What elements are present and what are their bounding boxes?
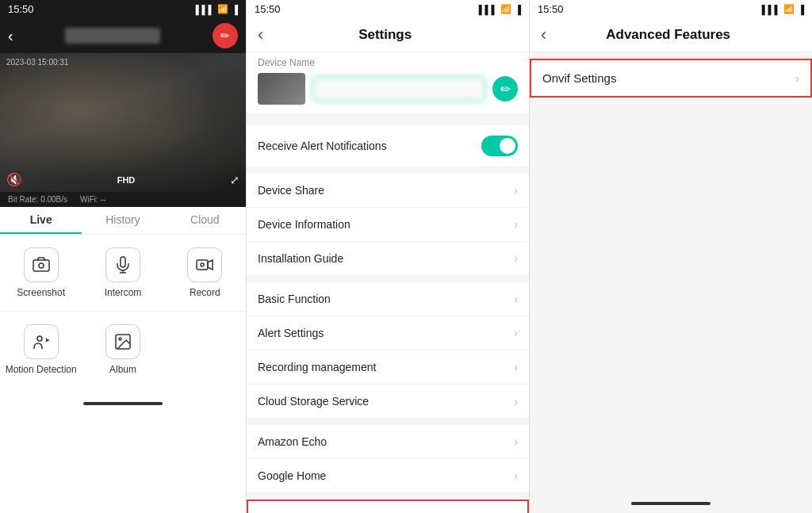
fullscreen-icon[interactable]: ⤢ bbox=[230, 174, 239, 186]
camera-bitrate-bar: Bit Rate: 0.00B/s WiFi: -- bbox=[0, 192, 246, 207]
google-home-label: Google Home bbox=[258, 469, 514, 482]
wifi-icon: 📶 bbox=[217, 4, 228, 14]
functions-section: Basic Function › Alert Settings › Record… bbox=[247, 282, 529, 419]
motion-detection-icon bbox=[24, 324, 59, 359]
motion-detection-action[interactable]: Motion Detection bbox=[0, 324, 82, 375]
intercom-icon bbox=[105, 247, 140, 282]
camera-feed: 2023-03 15:00:31 🔇 FHD ⤢ bbox=[0, 53, 246, 192]
bitrate-label: Bit Rate: 0.00B/s bbox=[8, 195, 67, 204]
advanced-status-bar: 15:50 ▌▌▌ 📶 ▐ bbox=[530, 0, 812, 18]
amazon-echo-label: Amazon Echo bbox=[258, 435, 514, 448]
intercom-action[interactable]: Intercom bbox=[82, 247, 163, 298]
camera-status-bar: 15:50 ▌▌▌ 📶 ▐ bbox=[0, 0, 246, 18]
album-icon bbox=[105, 324, 140, 359]
camera-actions-row1: Screenshot Intercom Record bbox=[0, 235, 246, 312]
svg-rect-0 bbox=[33, 260, 49, 271]
device-name-edit-button[interactable]: ✏ bbox=[492, 76, 518, 101]
screenshot-action[interactable]: Screenshot bbox=[0, 247, 82, 298]
amazon-echo-chevron: › bbox=[514, 435, 518, 448]
tab-live[interactable]: Live bbox=[0, 213, 82, 234]
recording-management-row[interactable]: Recording management › bbox=[247, 350, 529, 385]
recording-management-label: Recording management bbox=[258, 361, 514, 373]
svg-point-1 bbox=[39, 263, 44, 268]
device-share-row[interactable]: Device Share › bbox=[247, 174, 529, 208]
notifications-section: Receive Alert Notifications bbox=[247, 125, 529, 167]
device-name-label: Device Name bbox=[258, 57, 518, 68]
volume-icon[interactable]: 🔇 bbox=[6, 172, 22, 187]
advanced-wifi-icon: 📶 bbox=[783, 4, 795, 14]
settings-nav: ‹ Settings bbox=[247, 18, 529, 52]
advanced-battery-icon: ▐ bbox=[798, 5, 804, 14]
settings-battery-icon: ▐ bbox=[515, 5, 521, 14]
signal-icon: ▌▌▌ bbox=[196, 5, 214, 14]
svg-point-7 bbox=[37, 336, 42, 341]
device-name-row: ✏ bbox=[258, 73, 518, 105]
cloud-storage-row[interactable]: Cloud Storage Service › bbox=[247, 385, 529, 419]
svg-point-9 bbox=[119, 338, 121, 340]
edit-icon: ✏ bbox=[220, 29, 230, 42]
battery-icon: ▐ bbox=[232, 5, 238, 14]
tab-cloud[interactable]: Cloud bbox=[164, 213, 246, 234]
basic-function-row[interactable]: Basic Function › bbox=[247, 282, 529, 316]
alert-settings-row[interactable]: Alert Settings › bbox=[247, 316, 529, 350]
motion-detection-label: Motion Detection bbox=[6, 364, 77, 375]
device-information-label: Device Information bbox=[258, 218, 514, 231]
device-information-chevron: › bbox=[514, 218, 518, 231]
onvif-label: Onvif Settings bbox=[542, 71, 795, 85]
home-bar bbox=[83, 402, 163, 405]
onvif-settings-row[interactable]: Onvif Settings › bbox=[530, 59, 812, 98]
device-information-row[interactable]: Device Information › bbox=[247, 208, 529, 242]
quality-label: FHD bbox=[117, 175, 136, 185]
camera-edit-button[interactable]: ✏ bbox=[213, 23, 238, 48]
advanced-signal-icon: ▌▌▌ bbox=[762, 5, 780, 14]
screenshot-icon bbox=[24, 247, 59, 282]
home-bar-advanced bbox=[631, 502, 710, 505]
alerts-toggle[interactable] bbox=[481, 136, 518, 156]
settings-status-icons: ▌▌▌ 📶 ▐ bbox=[479, 4, 521, 14]
device-edit-icon: ✏ bbox=[500, 82, 511, 97]
device-name-section: Device Name ✏ bbox=[247, 52, 529, 119]
settings-back-button[interactable]: ‹ bbox=[258, 25, 263, 45]
advanced-back-button[interactable]: ‹ bbox=[541, 25, 546, 45]
installation-guide-row[interactable]: Installation Guide › bbox=[247, 242, 529, 276]
settings-status-bar: 15:50 ▌▌▌ 📶 ▐ bbox=[247, 0, 529, 18]
album-label: Album bbox=[109, 364, 136, 375]
settings-wifi-icon: 📶 bbox=[500, 4, 511, 14]
alert-settings-chevron: › bbox=[514, 327, 518, 339]
cloud-storage-label: Cloud Storage Service bbox=[258, 395, 514, 408]
installation-guide-chevron: › bbox=[514, 252, 518, 265]
record-icon bbox=[187, 247, 222, 282]
camera-tabs: Live History Cloud bbox=[0, 207, 246, 235]
svg-point-6 bbox=[201, 263, 204, 266]
camera-panel: 15:50 ▌▌▌ 📶 ▐ ‹ ✏ 2023-03 15:00:31 🔇 FHD… bbox=[0, 0, 246, 513]
device-name-input[interactable] bbox=[312, 76, 486, 101]
camera-back-button[interactable]: ‹ bbox=[8, 27, 13, 45]
google-home-chevron: › bbox=[514, 469, 518, 482]
album-action[interactable]: Album bbox=[82, 324, 163, 375]
alert-settings-label: Alert Settings bbox=[258, 327, 514, 339]
device-thumbnail bbox=[258, 73, 305, 105]
receive-alerts-row[interactable]: Receive Alert Notifications bbox=[247, 125, 529, 167]
google-home-row[interactable]: Google Home › bbox=[247, 459, 529, 493]
record-action[interactable]: Record bbox=[164, 247, 246, 298]
basic-function-label: Basic Function bbox=[258, 293, 514, 305]
advanced-features-row[interactable]: Advanced Features › bbox=[247, 500, 529, 513]
cloud-storage-chevron: › bbox=[514, 395, 518, 408]
svg-marker-5 bbox=[208, 260, 213, 270]
onvif-section: Onvif Settings › bbox=[530, 59, 812, 98]
advanced-status-icons: ▌▌▌ 📶 ▐ bbox=[762, 4, 804, 14]
basic-function-chevron: › bbox=[514, 293, 518, 305]
home-indicator-advanced bbox=[530, 486, 812, 513]
device-share-label: Device Share bbox=[258, 184, 514, 197]
tab-history[interactable]: History bbox=[82, 213, 163, 234]
device-section: Device Share › Device Information › Inst… bbox=[247, 174, 529, 276]
advanced-section: Advanced Features › bbox=[247, 500, 529, 513]
amazon-echo-row[interactable]: Amazon Echo › bbox=[247, 425, 529, 459]
settings-panel: 15:50 ▌▌▌ 📶 ▐ ‹ Settings Device Name ✏ R… bbox=[246, 0, 529, 513]
advanced-panel: 15:50 ▌▌▌ 📶 ▐ ‹ Advanced Features Onvif … bbox=[529, 0, 812, 513]
camera-timestamp: 2023-03 15:00:31 bbox=[6, 58, 68, 67]
camera-actions-row2: Motion Detection Album bbox=[0, 312, 246, 388]
camera-controls-bar: 🔇 FHD ⤢ bbox=[6, 172, 239, 187]
wifi-label: WiFi: -- bbox=[80, 195, 105, 204]
home-indicator-camera bbox=[0, 388, 246, 412]
